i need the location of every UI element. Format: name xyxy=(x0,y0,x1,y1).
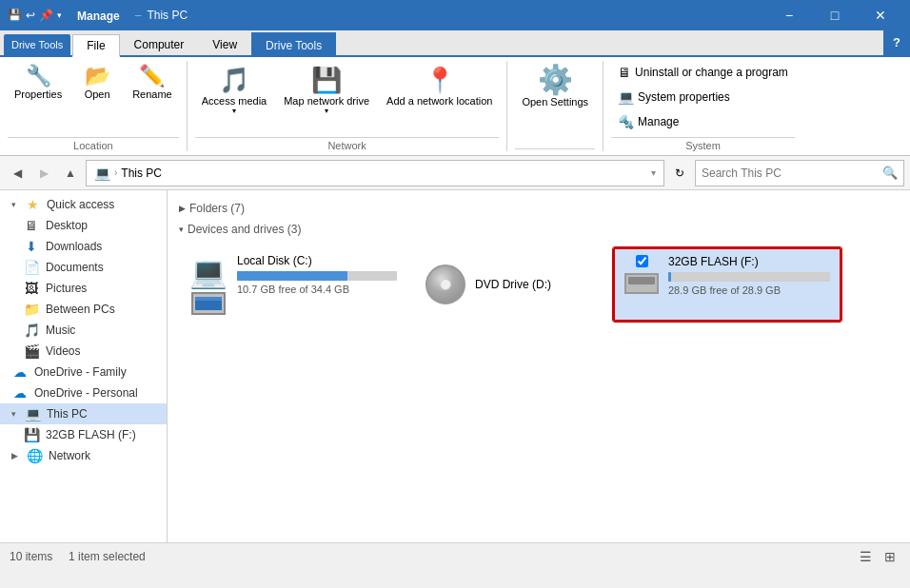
ribbon-group-system: 🖥 Uninstall or change a program 💻 System… xyxy=(603,61,802,151)
tab-file[interactable]: File xyxy=(72,34,119,57)
music-label: Music xyxy=(46,323,159,337)
access-media-label: Access media xyxy=(202,95,267,107)
downloads-label: Downloads xyxy=(46,240,142,253)
dvd-item[interactable]: DVD Drive (D:) xyxy=(415,247,605,322)
videos-label: Videos xyxy=(46,344,159,358)
location-buttons: 🔧 Properties 📂 Open ✏️ Rename xyxy=(8,61,179,137)
details-view-button[interactable]: ☰ xyxy=(855,546,876,567)
flash-drive-name: 32GB FLASH (F:) xyxy=(668,255,830,268)
flash-free: 28.9 GB free of 28.9 GB xyxy=(668,284,830,296)
manage-button[interactable]: 🔩 Manage xyxy=(611,110,795,133)
help-button[interactable]: ? xyxy=(883,29,910,55)
sidebar-item-flash[interactable]: 💾 32GB FLASH (F:) xyxy=(0,424,167,445)
quick-save-icon[interactable]: 💾 xyxy=(8,9,22,22)
content-area: ▶ Folders (7) ▾ Devices and drives (3) 💻 xyxy=(168,190,910,542)
minimize-button[interactable]: − xyxy=(767,0,811,30)
open-button[interactable]: 📂 Open xyxy=(72,61,122,105)
ribbon-group-network: 🎵 Access media ▾ 💾 Map network drive ▾ 📍… xyxy=(188,61,508,151)
rename-button[interactable]: ✏️ Rename xyxy=(126,61,179,105)
maximize-button[interactable]: □ xyxy=(813,0,857,30)
local-disk-free: 10.7 GB free of 34.4 GB xyxy=(237,284,397,295)
devices-section-header[interactable]: ▾ Devices and drives (3) xyxy=(179,219,899,240)
dvd-name: DVD Drive (D:) xyxy=(475,278,551,291)
drive-item-c[interactable]: 💻 Local Disk (C:) 10.7 GB free of 34.4 G… xyxy=(179,247,407,322)
devices-arrow: ▾ xyxy=(179,225,184,234)
downloads-icon: ⬇ xyxy=(23,239,40,254)
flash-checkbox[interactable] xyxy=(636,255,648,267)
manage-tab-label: Manage xyxy=(68,8,129,23)
rename-icon: ✏️ xyxy=(139,66,165,87)
sidebar-item-between-pcs[interactable]: 📁 Between PCs xyxy=(0,299,167,320)
tab-computer-label: Computer xyxy=(134,38,185,51)
tab-view[interactable]: View xyxy=(198,32,251,55)
drives-grid: 💻 Local Disk (C:) 10.7 GB free of 34.4 G… xyxy=(179,240,899,329)
map-network-drive-button[interactable]: 💾 Map network drive ▾ xyxy=(277,61,376,120)
sidebar-item-onedrive-personal[interactable]: ☁ OneDrive - Personal xyxy=(0,382,167,403)
sidebar-item-downloads[interactable]: ⬇ Downloads 📌 xyxy=(0,236,167,257)
properties-icon: 🔧 xyxy=(26,66,51,87)
documents-label: Documents xyxy=(46,261,142,274)
ribbon-group-location: 🔧 Properties 📂 Open ✏️ Rename Location xyxy=(0,61,188,151)
folders-header-label: Folders (7) xyxy=(189,202,245,215)
properties-button[interactable]: 🔧 Properties xyxy=(8,61,69,105)
refresh-button[interactable]: ↻ xyxy=(668,162,691,185)
music-icon: 🎵 xyxy=(23,323,40,338)
onedrive-family-icon: ☁ xyxy=(11,364,29,380)
sidebar-item-this-pc[interactable]: ▾ 💻 This PC xyxy=(0,403,167,424)
search-input[interactable] xyxy=(702,167,879,180)
manage-label-btn: Manage xyxy=(638,115,679,128)
quick-pin-icon[interactable]: 📌 xyxy=(39,9,53,22)
access-media-button[interactable]: 🎵 Access media ▾ xyxy=(195,61,273,120)
folders-section-header[interactable]: ▶ Folders (7) xyxy=(179,198,899,219)
manage-icon: 🔩 xyxy=(618,114,634,129)
tab-computer[interactable]: Computer xyxy=(120,32,199,55)
tiles-view-button[interactable]: ⊞ xyxy=(880,546,900,567)
sidebar-item-desktop[interactable]: 🖥 Desktop 📌 xyxy=(0,215,167,236)
uninstall-button[interactable]: 🖥 Uninstall or change a program xyxy=(611,61,795,84)
back-button[interactable]: ◀ xyxy=(6,162,29,185)
flash-label: 32GB FLASH (F:) xyxy=(46,428,159,441)
search-box[interactable]: 🔍 xyxy=(695,160,904,186)
search-icon: 🔍 xyxy=(882,166,898,180)
system-properties-icon: 💻 xyxy=(618,89,634,105)
pc-icon: 💻 xyxy=(94,166,110,181)
add-network-location-button[interactable]: 📍 Add a network location xyxy=(380,61,499,111)
local-disk-info: Local Disk (C:) 10.7 GB free of 34.4 GB xyxy=(237,254,397,295)
address-path[interactable]: 💻 › This PC ▾ xyxy=(86,160,664,186)
quick-access-header[interactable]: ▾ ★ Quick access xyxy=(0,194,167,215)
desktop-label: Desktop xyxy=(46,219,142,232)
flash-icon: 💾 xyxy=(23,427,40,442)
window-controls: − □ ✕ xyxy=(767,0,902,30)
sidebar-item-documents[interactable]: 📄 Documents 📌 xyxy=(0,257,167,278)
status-bar: 10 items 1 item selected ☰ ⊞ xyxy=(0,542,910,569)
tab-view-label: View xyxy=(212,38,237,51)
sidebar-item-music[interactable]: 🎵 Music xyxy=(0,320,167,341)
network-arrow: ▶ xyxy=(11,451,18,461)
uninstall-label: Uninstall or change a program xyxy=(635,66,788,79)
forward-button[interactable]: ▶ xyxy=(32,162,55,185)
network-buttons: 🎵 Access media ▾ 💾 Map network drive ▾ 📍… xyxy=(195,61,500,137)
onedrive-family-label: OneDrive - Family xyxy=(34,365,159,379)
sidebar-item-pictures[interactable]: 🖼 Pictures 📌 xyxy=(0,278,167,299)
local-disk-bar-bg xyxy=(237,271,397,281)
between-pcs-label: Between PCs xyxy=(46,303,159,316)
quick-undo-icon[interactable]: ↩ xyxy=(26,9,35,22)
tab-drive-tools[interactable]: Drive Tools xyxy=(251,32,336,57)
up-button[interactable]: ▲ xyxy=(59,162,82,185)
close-button[interactable]: ✕ xyxy=(859,0,902,30)
customize-arrow[interactable]: ▾ xyxy=(57,10,62,20)
flash-bar-fill xyxy=(668,272,671,282)
open-icon: 📂 xyxy=(85,66,110,87)
sidebar-item-onedrive-family[interactable]: ☁ OneDrive - Family xyxy=(0,362,167,382)
local-disk-icon: 💻 xyxy=(189,254,228,290)
sidebar-item-network[interactable]: ▶ 🌐 Network xyxy=(0,445,167,466)
tab-drive-tools-label: Drive Tools xyxy=(266,39,322,52)
access-media-icon: 🎵 xyxy=(219,66,249,95)
path-dropdown-arrow[interactable]: ▾ xyxy=(651,167,656,178)
sidebar-item-videos[interactable]: 🎬 Videos xyxy=(0,341,167,362)
open-settings-button[interactable]: ⚙️ Open Settings xyxy=(515,61,595,112)
drive-item-f[interactable]: 32GB FLASH (F:) 28.9 GB free of 28.9 GB xyxy=(613,247,841,322)
system-properties-button[interactable]: 💻 System properties xyxy=(611,86,795,108)
title-bar-left: 💾 ↩ 📌 ▾ Manage – This PC xyxy=(8,8,188,23)
manage-tab-header: Drive Tools xyxy=(4,34,70,55)
